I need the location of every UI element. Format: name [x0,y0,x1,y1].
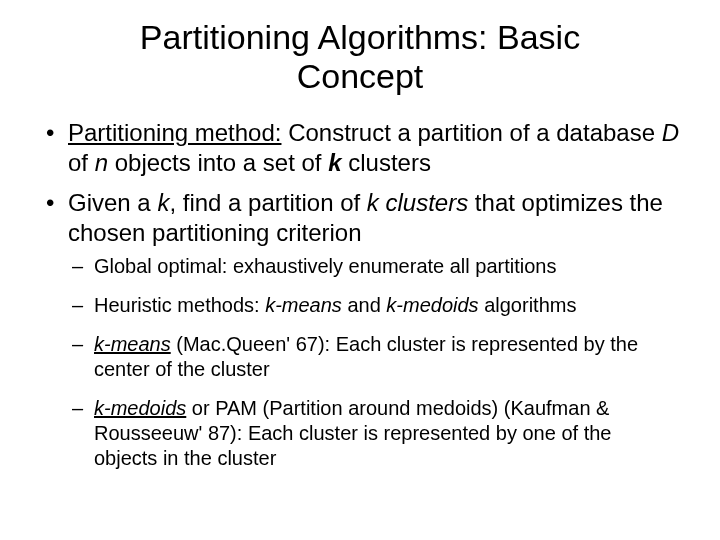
bullet-list: Partitioning method: Construct a partiti… [40,118,680,471]
slide-title: Partitioning Algorithms: Basic Concept [40,18,680,96]
sub-list: Global optimal: exhaustively enumerate a… [68,254,680,471]
bullet-1-lead: Partitioning method: [68,119,281,146]
sub-4: k-medoids or PAM (Partition around medoi… [68,396,680,471]
sub-1: Global optimal: exhaustively enumerate a… [68,254,680,279]
sub-3: k-means (Mac.Queen' 67): Each cluster is… [68,332,680,382]
bullet-1: Partitioning method: Construct a partiti… [40,118,680,178]
title-line-1: Partitioning Algorithms: Basic [140,18,580,56]
bullet-2: Given a k, find a partition of k cluster… [40,188,680,471]
sub-2: Heuristic methods: k-means and k-medoids… [68,293,680,318]
title-line-2: Concept [297,57,424,95]
